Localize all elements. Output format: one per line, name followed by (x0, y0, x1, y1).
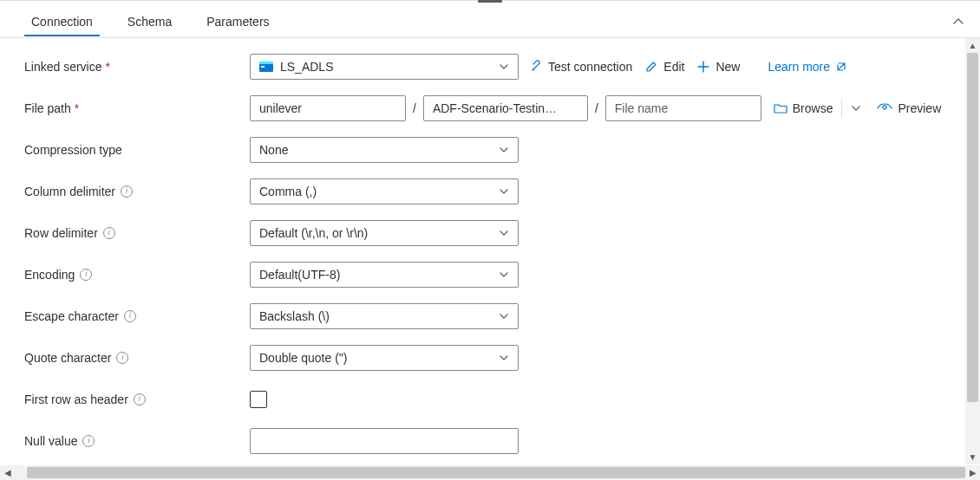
quote-character-select[interactable]: Double quote (") (250, 345, 519, 371)
chevron-up-icon (952, 16, 964, 28)
column-delimiter-select[interactable]: Comma (,) (250, 178, 519, 204)
row-delimiter-select[interactable]: Default (\r,\n, or \r\n) (250, 220, 519, 246)
linked-service-value: LS_ADLS (280, 60, 333, 74)
linked-service-select[interactable]: LS_ADLS (250, 54, 519, 80)
vertical-scroll-thumb[interactable] (967, 53, 978, 402)
label-text: First row as header (24, 392, 128, 406)
quote-character-value: Double quote (") (259, 351, 347, 365)
column-delimiter-value: Comma (,) (259, 185, 317, 198)
label-first-row-header: First row as header i (24, 392, 250, 406)
file-path-directory-input[interactable] (423, 95, 588, 121)
null-value-field[interactable] (259, 434, 509, 448)
tab-connection[interactable]: Connection (24, 6, 100, 36)
label-text: Quote character (24, 351, 111, 365)
scroll-area: Linked service * LS_ADLS (0, 38, 980, 464)
chevron-down-icon (499, 186, 509, 197)
horizontal-scroll-thumb[interactable] (27, 467, 965, 478)
label-text: Null value (24, 434, 77, 448)
learn-more-link[interactable]: Learn more (766, 56, 849, 77)
row-column-delimiter: Column delimiter i Comma (,) (24, 178, 968, 204)
row-linked-service: Linked service * LS_ADLS (24, 54, 968, 80)
chevron-down-icon (499, 62, 509, 72)
encoding-value: Default(UTF-8) (259, 268, 340, 282)
label-text: Compression type (24, 143, 122, 157)
escape-character-value: Backslash (\) (259, 309, 330, 323)
file-path-container-input[interactable] (250, 95, 406, 121)
test-connection-icon (529, 60, 543, 74)
form-content: Linked service * LS_ADLS (0, 38, 980, 454)
browse-label: Browse (793, 101, 833, 115)
plus-icon (696, 60, 710, 74)
file-path-filename-input[interactable] (605, 95, 761, 121)
escape-character-select[interactable]: Backslash (\) (250, 303, 519, 329)
browse-chevron-button[interactable] (849, 100, 863, 117)
preview-icon (877, 103, 892, 114)
info-icon[interactable]: i (124, 310, 136, 322)
row-encoding: Encoding i Default(UTF-8) (24, 262, 968, 288)
row-quote-character: Quote character i Double quote (") (24, 345, 968, 371)
label-row-delimiter: Row delimiter i (24, 226, 250, 240)
controls-linked-service: LS_ADLS Test connection Edit (250, 54, 968, 80)
row-null-value: Null value i (24, 428, 968, 454)
new-label: New (715, 60, 740, 74)
svg-point-3 (532, 68, 534, 70)
compression-type-value: None (259, 143, 288, 157)
preview-button[interactable]: Preview (875, 98, 943, 119)
preview-label: Preview (898, 101, 941, 115)
pencil-icon (644, 60, 658, 74)
controls-file-path: / / Browse (250, 95, 968, 121)
first-row-header-checkbox[interactable] (250, 391, 267, 408)
vertical-scrollbar[interactable]: ▲ ▼ (965, 38, 980, 464)
info-icon[interactable]: i (103, 227, 115, 239)
info-icon[interactable]: i (121, 185, 133, 198)
divider (841, 99, 842, 118)
datastore-icon (259, 61, 273, 73)
scroll-right-arrow[interactable]: ▶ (965, 465, 980, 480)
info-icon[interactable]: i (80, 269, 92, 281)
required-marker: * (75, 101, 79, 115)
chevron-down-icon (499, 228, 509, 238)
file-path-filename-field[interactable] (615, 101, 752, 115)
label-quote-character: Quote character i (24, 351, 250, 365)
browse-button[interactable]: Browse (772, 98, 835, 119)
required-marker: * (106, 60, 110, 74)
compression-type-select[interactable]: None (250, 137, 519, 163)
edit-button[interactable]: Edit (643, 56, 686, 77)
chevron-down-icon (851, 103, 861, 114)
label-text: Escape character (24, 309, 119, 323)
label-encoding: Encoding i (24, 268, 250, 282)
vertical-scroll-track[interactable] (965, 53, 980, 450)
svg-rect-1 (259, 62, 273, 64)
panel-resize-grip[interactable] (478, 0, 502, 3)
info-icon[interactable]: i (82, 435, 95, 447)
scroll-down-arrow[interactable]: ▼ (965, 450, 980, 464)
path-separator: / (411, 101, 418, 115)
label-text: Column delimiter (24, 185, 115, 198)
null-value-input[interactable] (250, 428, 519, 454)
collapse-panel-button[interactable] (952, 16, 964, 28)
svg-rect-2 (261, 66, 265, 68)
row-file-path: File path * / / Brows (24, 95, 968, 121)
horizontal-scroll-track[interactable] (15, 465, 965, 480)
tab-schema[interactable]: Schema (121, 6, 179, 36)
scroll-left-arrow[interactable]: ◀ (0, 465, 15, 480)
test-connection-button[interactable]: Test connection (527, 56, 634, 77)
horizontal-scrollbar[interactable]: ◀ ▶ (0, 465, 980, 480)
edit-label: Edit (663, 60, 684, 74)
folder-icon (774, 102, 787, 114)
chevron-down-icon (499, 269, 509, 280)
learn-more-label: Learn more (768, 60, 830, 74)
tab-parameters[interactable]: Parameters (199, 6, 276, 36)
new-button[interactable]: New (695, 56, 742, 77)
external-link-icon (835, 61, 847, 73)
scroll-up-arrow[interactable]: ▲ (965, 38, 980, 53)
label-compression-type: Compression type (24, 143, 250, 157)
file-path-container-field[interactable] (259, 101, 396, 115)
test-connection-label: Test connection (548, 60, 632, 74)
encoding-select[interactable]: Default(UTF-8) (250, 262, 519, 288)
file-path-directory-field[interactable] (433, 101, 578, 115)
info-icon[interactable]: i (134, 393, 146, 405)
label-escape-character: Escape character i (24, 309, 250, 323)
info-icon[interactable]: i (116, 352, 128, 364)
tabs-bar: Connection Schema Parameters (0, 3, 980, 38)
